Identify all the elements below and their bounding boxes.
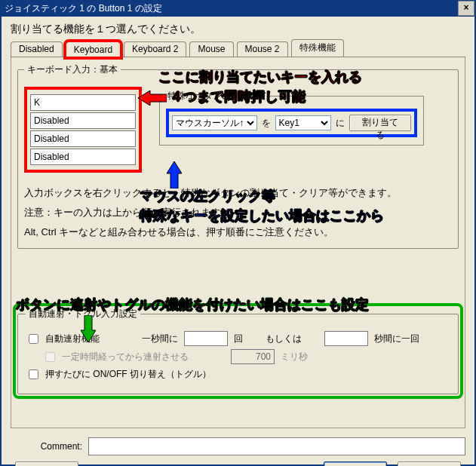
delay-checkbox-wrap[interactable]: 一定時間経ってから連射させる — [42, 350, 189, 364]
comment-input[interactable] — [88, 437, 465, 455]
delay-label: 一定時間経ってから連射させる — [62, 351, 189, 363]
basic-keyboard-legend: キーボード入力：基本 — [24, 63, 121, 76]
note-line-1: 入力ボックスを右クリックすると、特殊なボタンの割り当て・クリア等ができます。 — [24, 183, 452, 203]
per-n-input[interactable] — [324, 331, 368, 346]
basic-keyboard-group: キーボード入力：基本 特殊なボタンの割り当て マウスカーソル↑ を — [17, 63, 459, 249]
titlebar: ジョイスティック 1 の Button 1 の設定 × — [0, 0, 476, 17]
close-icon[interactable]: × — [458, 1, 474, 16]
toggle-label: 押すたびに ON/OFF 切り替え（トグル） — [45, 368, 211, 381]
comment-row: Comment: — [11, 437, 465, 455]
tab-special[interactable]: 特殊機能 — [291, 39, 344, 57]
ok-button[interactable]: OK — [324, 461, 387, 466]
per-sec-pre: 一秒間に — [142, 333, 178, 345]
special-assign-row: マウスカーソル↑ を Key1 に 割り当てる — [166, 109, 417, 137]
delay-input — [231, 349, 275, 364]
notes-block: 入力ボックスを右クリックすると、特殊なボタンの割り当て・クリア等ができます。 注… — [24, 183, 452, 242]
key-input-1[interactable] — [30, 94, 136, 111]
note-line-3: Alt, Ctrl キーなどと組み合わせる場合は、押す順番にご注意ください。 — [24, 222, 452, 242]
window-title: ジョイスティック 1 の Button 1 の設定 — [5, 2, 162, 15]
key-input-3[interactable] — [30, 130, 136, 147]
cursor-select[interactable]: マウスカーソル↑ — [172, 115, 256, 130]
comment-label: Comment: — [11, 441, 82, 452]
label-ni: に — [336, 117, 345, 130]
dialog-body: 割り当てる機能を１つ選んでください。 Disabled Keyboard Key… — [0, 17, 476, 466]
per-sec-suf: 回 — [234, 333, 243, 345]
toggle-checkbox-wrap[interactable]: 押すたびに ON/OFF 切り替え（トグル） — [26, 367, 211, 382]
tab-disabled[interactable]: Disabled — [11, 41, 63, 57]
autofire-checkbox[interactable] — [29, 334, 38, 344]
delay-unit: ミリ秒 — [281, 351, 308, 363]
per-n-suf: 秒間に一回 — [374, 333, 419, 345]
key-input-4[interactable] — [30, 149, 136, 165]
tab-mouse[interactable]: Mouse — [189, 41, 233, 57]
key-select[interactable]: Key1 — [275, 115, 332, 130]
label-wo: を — [262, 117, 271, 130]
special-button-legend: 特殊なボタンの割り当て — [166, 90, 269, 103]
tab-mouse2[interactable]: Mouse 2 — [237, 41, 288, 57]
key-input-2[interactable] — [30, 112, 136, 129]
tab-keyboard2[interactable]: Keyboard 2 — [124, 41, 186, 57]
toggle-checkbox[interactable] — [29, 369, 38, 379]
autofire-group: 自動連射・トグル入力設定 自動連射機能 一秒間に 回 もしくは 秒間に一回 — [17, 308, 459, 394]
or-label: もしくは — [266, 333, 302, 345]
autofire-legend: 自動連射・トグル入力設定 — [26, 308, 140, 320]
per-sec-input[interactable] — [184, 331, 228, 346]
tab-panel-keyboard: キーボード入力：基本 特殊なボタンの割り当て マウスカーソル↑ を — [11, 57, 465, 428]
cancel-button[interactable]: Cancel — [398, 461, 461, 466]
delay-checkbox[interactable] — [45, 352, 55, 362]
instruction-text: 割り当てる機能を１つ選んでください。 — [11, 23, 467, 36]
special-button-group: 特殊なボタンの割り当て マウスカーソル↑ を Key1 に 割り当てる — [159, 90, 424, 146]
dialog-buttons: Clear OK Cancel — [15, 461, 461, 466]
autofire-checkbox-wrap[interactable]: 自動連射機能 — [26, 332, 100, 346]
tab-keyboard[interactable]: Keyboard — [66, 41, 121, 57]
key-input-box — [24, 87, 142, 173]
tab-bar: Disabled Keyboard Keyboard 2 Mouse Mouse… — [11, 41, 465, 57]
autofire-label: 自動連射機能 — [45, 333, 100, 345]
clear-button[interactable]: Clear — [15, 461, 78, 466]
note-line-2: 注意：キーの入力は上から順に実行されます。 — [24, 203, 452, 222]
assign-button[interactable]: 割り当てる — [349, 115, 411, 131]
